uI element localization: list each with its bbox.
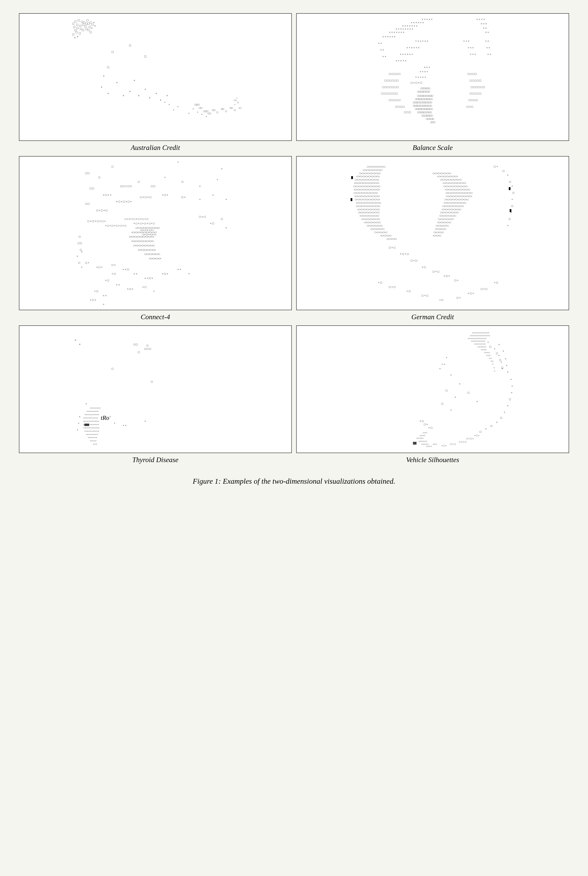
svg-text:□: □ [79,32,81,35]
svg-text:□ × □: □ × □ [199,215,206,218]
svg-text:× ×: × × [485,31,489,34]
svg-text:+: + [192,107,194,111]
svg-text:○○○○○: ○○○○○ [416,437,424,439]
svg-text:□ □ □ □ □ □ □: □ □ □ □ □ □ □ [381,92,398,95]
svg-text:+: + [110,415,111,418]
svg-text:□+□+□+□: □+□+□+□ [387,237,396,240]
scatter-svg-balance-scale: × × × × × × × × × × × × × × × × × × × × … [297,14,568,140]
svg-text:□ × □ ×: □ × □ × [466,437,474,440]
svg-text:+: + [123,94,124,97]
svg-text:×: × [212,193,214,197]
svg-text:×: × [496,421,498,424]
svg-text:× × □: × × □ [123,268,129,271]
svg-text:× ×: × × [177,268,181,271]
svg-text:×  ×  ×: × × × [424,66,430,69]
svg-text:×: × [476,400,478,403]
svg-text:□□: □□ [221,107,224,111]
svg-text:□ □ □ □ □: □ □ □ □ □ [389,98,400,102]
svg-text:□: □ [79,235,81,238]
svg-text:□: □ [138,180,140,183]
svg-text:+ × + × × +: + × + × × + [400,53,413,56]
svg-text:□+□+□+□+□+□+□+□: □+□+□+□+□+□+□+□ [440,178,462,181]
svg-text:□ × □ × □ × □ ×: □ × □ × □ × □ × [88,219,106,223]
scatter-svg-vehicle-silhouettes: ○○○○○○○○○○○○ ○○○○○○○○○○○○○○ ○○○○○○○○○○○○… [297,326,568,453]
svg-text:○○: ○○ [489,357,492,359]
svg-text:□ □ □ □ □: □ □ □ □ □ [389,72,400,75]
svg-text:× × × × × × ×: × × × × × × × [389,31,404,34]
svg-text:× □ × □ × □ × □ × □: × □ × □ × □ × □ × □ [134,222,155,225]
svg-text:+ × ×: + × × [468,46,474,49]
svg-text:× ×: × × [378,42,382,45]
svg-text:□ □: □ □ [90,187,94,190]
svg-text:+□+□+□+□+□+□+□+□+: +□+□+□+□+□+□+□+□+ [442,182,466,184]
chart-cell-balance-scale: × × × × × × × × × × × × × × × × × × × × … [296,13,569,152]
svg-text:+□: +□ [238,107,241,109]
svg-text:× □ × □ × □ ×: × □ × □ × □ × [116,200,132,203]
svg-text:□: □ [83,21,85,24]
svg-text:×: × [79,343,81,346]
svg-text:□ ×: □ × [424,423,428,426]
svg-text:□  +  □: □ + □ [481,287,488,291]
svg-text:□□□□□□□□□□□□: □□□□□□□□□□□□ [413,101,432,104]
svg-text:□ × □: □ × □ [450,443,456,445]
svg-text:+: + [116,81,118,84]
svg-text:□: □ [76,26,78,30]
chart-label-german-credit: German Credit [411,313,454,321]
svg-text:□ □: □ □ [78,242,82,245]
svg-text:□: □ [502,169,504,173]
svg-text:+×+×+×+×+×+×: +×+×+×+×+×+× [83,420,99,422]
svg-text:× × □ ×: × × □ × [144,276,153,280]
svg-text:□: □ [90,31,92,34]
svg-text:□: □ [237,101,239,104]
svg-text:□: □ [490,424,492,428]
svg-text:□□□□□□□□□□□: □□□□□□□□□□□ [415,98,433,101]
svg-text:× □ × ×: × □ × × [103,193,111,197]
svg-text:█: █ [509,187,510,190]
svg-text:+  □: + □ [494,281,498,284]
chart-box-connect-4: □ + □ □ □ × □ □ × □ × × □ □ × □ □ □ □ □ … [19,156,292,310]
svg-text:+  □: + □ [378,281,382,284]
svg-text:×  +  ×  +: × + × + [419,70,428,73]
svg-text:□□: □□ [208,112,211,115]
svg-text:+  □  +: + □ + [444,274,450,278]
svg-text:□: □ [138,350,140,354]
svg-text:□: □ [112,367,113,370]
svg-text:× □ × □: × □ × □ [459,440,466,443]
svg-text:+: + [144,88,146,91]
svg-text:+□+□+□+□+□+□+□: +□+□+□+□+□+□+□ [359,215,379,217]
svg-text:×: × [76,254,78,258]
svg-text:+: + [197,111,198,114]
svg-text:+×+×+×+×+: +×+×+×+×+ [86,433,98,436]
svg-text:× × × × × × × ×: × × × × × × × × [396,27,413,31]
svg-text:□: □ [98,176,100,179]
svg-text:○○○○○○○○○○○○: ○○○○○○○○○○○○ [472,331,489,334]
svg-text:□ □ □ □ □ □: □ □ □ □ □ □ [385,79,399,82]
svg-text:□□□□□□□: □□□□□□□ [422,114,433,117]
svg-text:□ □ □ □ □ □: □ □ □ □ □ □ [471,86,485,89]
svg-text:+□+□+□+□+□+□+□+□+□: +□+□+□+□+□+□+□+□+□ [354,182,379,184]
svg-text:× + ×: × + × [463,39,470,43]
svg-text:□  +  □: □ + □ [422,294,428,297]
svg-text:□ □: □ □ [86,171,90,175]
svg-text:□: □ [512,204,513,207]
svg-text:×+×+×+×+×+×: ×+×+×+×+×+× [83,416,98,419]
svg-text:+  □: + □ [439,298,443,302]
svg-text:○○○○: ○○○○ [484,351,490,354]
svg-text:□ □ □: □ □ □ [144,347,151,350]
svg-text:× + ×: × + × [470,53,476,56]
svg-text:×: × [511,391,513,394]
svg-text:+□+□+□+□: +□+□+□+□ [435,228,446,230]
svg-text:×: × [454,395,456,399]
svg-text:+: + [76,35,78,38]
svg-text:□+□+□+□+□+□+□: □+□+□+□+□+□+□ [367,165,386,168]
svg-text:+□+□+□+□: +□+□+□+□ [380,234,391,237]
svg-text:+: + [199,198,201,201]
svg-text:+  □: + □ [94,290,98,293]
svg-text:×: × [506,364,507,367]
svg-text:□ ×: □ × [182,195,186,199]
svg-text:+: + [138,94,140,97]
svg-text:□+□+□+□+□+□+□+□+□+□: □+□+□+□+□+□+□+□+□+□ [446,192,473,194]
svg-text:+: + [507,224,508,227]
svg-text:+: + [149,96,150,99]
svg-text:×+×: ×+× [93,443,97,445]
